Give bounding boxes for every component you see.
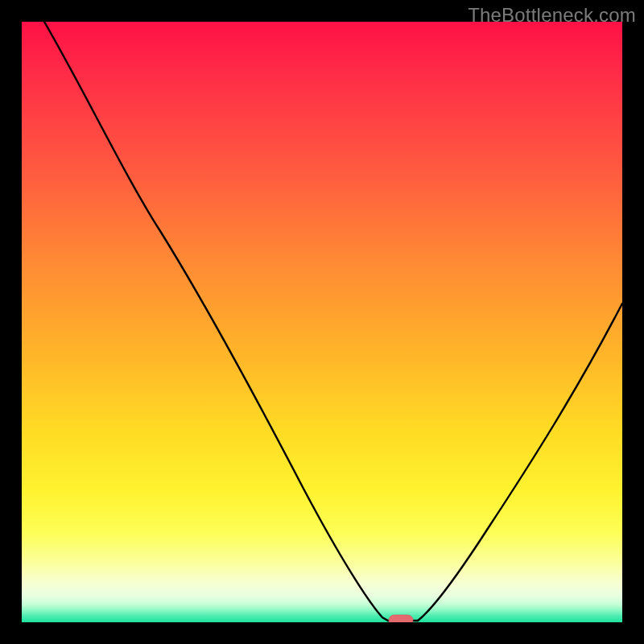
curve-left-branch [44,22,388,621]
bottleneck-curve [22,22,622,622]
curve-right-branch [418,303,622,621]
plot-area [22,22,622,622]
optimal-marker [389,615,413,622]
chart-frame: TheBottleneck.com [0,0,644,644]
watermark-label: TheBottleneck.com [468,4,636,27]
